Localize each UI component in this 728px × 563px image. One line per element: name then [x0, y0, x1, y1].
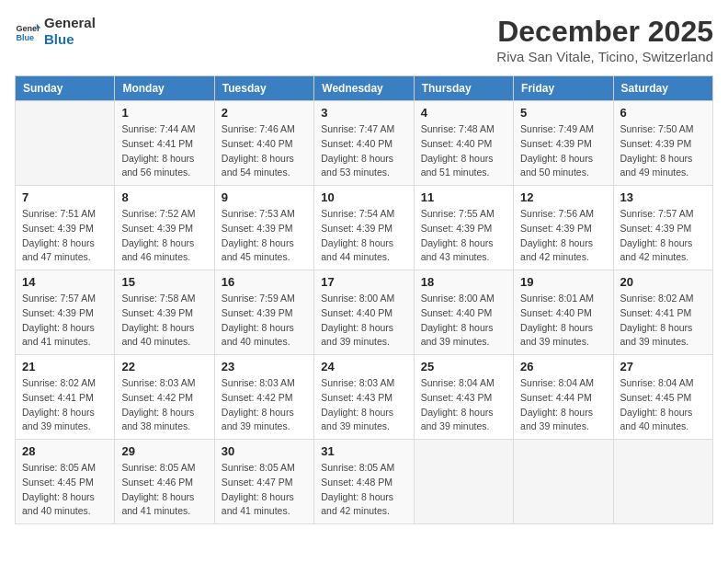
day-number: 11 — [421, 190, 506, 204]
dow-header-saturday: Saturday — [613, 76, 712, 101]
day-cell: 29 Sunrise: 8:05 AM Sunset: 4:46 PM Dayl… — [115, 440, 214, 524]
day-cell: 19 Sunrise: 8:01 AM Sunset: 4:40 PM Dayl… — [514, 270, 613, 355]
day-cell: 16 Sunrise: 7:59 AM Sunset: 4:39 PM Dayl… — [214, 270, 313, 355]
day-info: Sunrise: 7:44 AM Sunset: 4:41 PM Dayligh… — [121, 122, 207, 180]
dow-header-tuesday: Tuesday — [214, 76, 313, 101]
day-number: 7 — [22, 190, 108, 204]
day-cell: 13 Sunrise: 7:57 AM Sunset: 4:39 PM Dayl… — [613, 186, 712, 270]
week-row-2: 7 Sunrise: 7:51 AM Sunset: 4:39 PM Dayli… — [16, 186, 713, 270]
day-info: Sunrise: 8:04 AM Sunset: 4:44 PM Dayligh… — [520, 376, 606, 434]
day-cell: 2 Sunrise: 7:46 AM Sunset: 4:40 PM Dayli… — [214, 101, 313, 186]
calendar-table: SundayMondayTuesdayWednesdayThursdayFrid… — [15, 75, 713, 524]
day-cell: 15 Sunrise: 7:58 AM Sunset: 4:39 PM Dayl… — [115, 270, 214, 355]
week-row-3: 14 Sunrise: 7:57 AM Sunset: 4:39 PM Dayl… — [16, 270, 713, 355]
day-cell: 10 Sunrise: 7:54 AM Sunset: 4:39 PM Dayl… — [314, 186, 414, 270]
day-info: Sunrise: 7:52 AM Sunset: 4:39 PM Dayligh… — [121, 207, 207, 265]
day-cell: 21 Sunrise: 8:02 AM Sunset: 4:41 PM Dayl… — [16, 355, 115, 440]
day-cell: 9 Sunrise: 7:53 AM Sunset: 4:39 PM Dayli… — [214, 186, 313, 270]
logo: General Blue General Blue — [15, 15, 96, 48]
dow-header-thursday: Thursday — [414, 76, 513, 101]
day-number: 23 — [222, 360, 307, 373]
day-info: Sunrise: 8:03 AM Sunset: 4:43 PM Dayligh… — [321, 376, 406, 434]
month-title: December 2025 — [496, 15, 713, 49]
svg-text:Blue: Blue — [16, 33, 34, 42]
week-row-5: 28 Sunrise: 8:05 AM Sunset: 4:45 PM Dayl… — [16, 440, 713, 524]
days-of-week-row: SundayMondayTuesdayWednesdayThursdayFrid… — [16, 76, 713, 101]
dow-header-wednesday: Wednesday — [314, 76, 414, 101]
day-number: 18 — [421, 275, 506, 289]
page-header: General Blue General Blue December 2025 … — [15, 15, 713, 64]
day-number: 26 — [520, 360, 606, 373]
logo-general: General — [44, 15, 96, 31]
logo-icon: General Blue — [15, 18, 40, 44]
day-info: Sunrise: 8:03 AM Sunset: 4:42 PM Dayligh… — [121, 376, 207, 434]
day-info: Sunrise: 8:05 AM Sunset: 4:46 PM Dayligh… — [121, 461, 207, 519]
day-number: 29 — [121, 444, 207, 458]
day-cell — [16, 101, 115, 186]
day-info: Sunrise: 8:01 AM Sunset: 4:40 PM Dayligh… — [520, 292, 606, 350]
day-cell: 8 Sunrise: 7:52 AM Sunset: 4:39 PM Dayli… — [115, 186, 214, 270]
day-number: 3 — [321, 106, 406, 120]
day-info: Sunrise: 8:05 AM Sunset: 4:47 PM Dayligh… — [222, 461, 307, 519]
day-info: Sunrise: 8:04 AM Sunset: 4:43 PM Dayligh… — [421, 376, 506, 434]
logo-blue: Blue — [44, 31, 96, 48]
day-number: 25 — [421, 360, 506, 373]
day-cell: 5 Sunrise: 7:49 AM Sunset: 4:39 PM Dayli… — [514, 101, 613, 186]
day-number: 10 — [321, 190, 406, 204]
day-info: Sunrise: 8:00 AM Sunset: 4:40 PM Dayligh… — [321, 292, 406, 350]
calendar-body: 1 Sunrise: 7:44 AM Sunset: 4:41 PM Dayli… — [16, 101, 713, 524]
day-cell: 14 Sunrise: 7:57 AM Sunset: 4:39 PM Dayl… — [16, 270, 115, 355]
day-info: Sunrise: 7:50 AM Sunset: 4:39 PM Dayligh… — [620, 122, 706, 180]
day-info: Sunrise: 8:04 AM Sunset: 4:45 PM Dayligh… — [620, 376, 706, 434]
day-number: 13 — [620, 190, 706, 204]
day-number: 15 — [121, 275, 207, 289]
day-info: Sunrise: 7:58 AM Sunset: 4:39 PM Dayligh… — [121, 292, 207, 350]
day-number: 1 — [121, 106, 207, 120]
day-cell: 24 Sunrise: 8:03 AM Sunset: 4:43 PM Dayl… — [314, 355, 414, 440]
day-cell: 4 Sunrise: 7:48 AM Sunset: 4:40 PM Dayli… — [414, 101, 513, 186]
day-cell: 25 Sunrise: 8:04 AM Sunset: 4:43 PM Dayl… — [414, 355, 513, 440]
day-cell: 28 Sunrise: 8:05 AM Sunset: 4:45 PM Dayl… — [16, 440, 115, 524]
day-number: 4 — [421, 106, 506, 120]
day-info: Sunrise: 7:59 AM Sunset: 4:39 PM Dayligh… — [222, 292, 307, 350]
day-number: 31 — [321, 444, 406, 458]
day-info: Sunrise: 8:02 AM Sunset: 4:41 PM Dayligh… — [22, 376, 108, 434]
day-cell: 20 Sunrise: 8:02 AM Sunset: 4:41 PM Dayl… — [613, 270, 712, 355]
day-cell: 3 Sunrise: 7:47 AM Sunset: 4:40 PM Dayli… — [314, 101, 414, 186]
day-info: Sunrise: 7:49 AM Sunset: 4:39 PM Dayligh… — [520, 122, 606, 180]
dow-header-monday: Monday — [115, 76, 214, 101]
day-number: 20 — [620, 275, 706, 289]
day-info: Sunrise: 7:53 AM Sunset: 4:39 PM Dayligh… — [222, 207, 307, 265]
day-info: Sunrise: 8:02 AM Sunset: 4:41 PM Dayligh… — [620, 292, 706, 350]
day-number: 21 — [22, 360, 108, 373]
day-info: Sunrise: 7:51 AM Sunset: 4:39 PM Dayligh… — [22, 207, 108, 265]
day-number: 9 — [222, 190, 307, 204]
day-number: 24 — [321, 360, 406, 373]
day-info: Sunrise: 7:56 AM Sunset: 4:39 PM Dayligh… — [520, 207, 606, 265]
day-info: Sunrise: 8:00 AM Sunset: 4:40 PM Dayligh… — [421, 292, 506, 350]
day-cell — [613, 440, 712, 524]
day-number: 5 — [520, 106, 606, 120]
location-title: Riva San Vitale, Ticino, Switzerland — [496, 49, 713, 64]
day-number: 22 — [121, 360, 207, 373]
day-info: Sunrise: 8:05 AM Sunset: 4:48 PM Dayligh… — [321, 461, 406, 519]
day-number: 14 — [22, 275, 108, 289]
day-info: Sunrise: 7:57 AM Sunset: 4:39 PM Dayligh… — [620, 207, 706, 265]
day-cell: 23 Sunrise: 8:03 AM Sunset: 4:42 PM Dayl… — [214, 355, 313, 440]
day-cell: 27 Sunrise: 8:04 AM Sunset: 4:45 PM Dayl… — [613, 355, 712, 440]
day-number: 30 — [222, 444, 307, 458]
day-cell: 7 Sunrise: 7:51 AM Sunset: 4:39 PM Dayli… — [16, 186, 115, 270]
day-info: Sunrise: 7:57 AM Sunset: 4:39 PM Dayligh… — [22, 292, 108, 350]
day-cell — [514, 440, 613, 524]
day-cell: 17 Sunrise: 8:00 AM Sunset: 4:40 PM Dayl… — [314, 270, 414, 355]
day-number: 6 — [620, 106, 706, 120]
day-cell: 1 Sunrise: 7:44 AM Sunset: 4:41 PM Dayli… — [115, 101, 214, 186]
day-cell: 6 Sunrise: 7:50 AM Sunset: 4:39 PM Dayli… — [613, 101, 712, 186]
day-info: Sunrise: 7:54 AM Sunset: 4:39 PM Dayligh… — [321, 207, 406, 265]
day-number: 19 — [520, 275, 606, 289]
day-number: 27 — [620, 360, 706, 373]
day-cell: 18 Sunrise: 8:00 AM Sunset: 4:40 PM Dayl… — [414, 270, 513, 355]
calendar-title-area: December 2025 Riva San Vitale, Ticino, S… — [496, 15, 713, 64]
week-row-1: 1 Sunrise: 7:44 AM Sunset: 4:41 PM Dayli… — [16, 101, 713, 186]
day-cell: 11 Sunrise: 7:55 AM Sunset: 4:39 PM Dayl… — [414, 186, 513, 270]
